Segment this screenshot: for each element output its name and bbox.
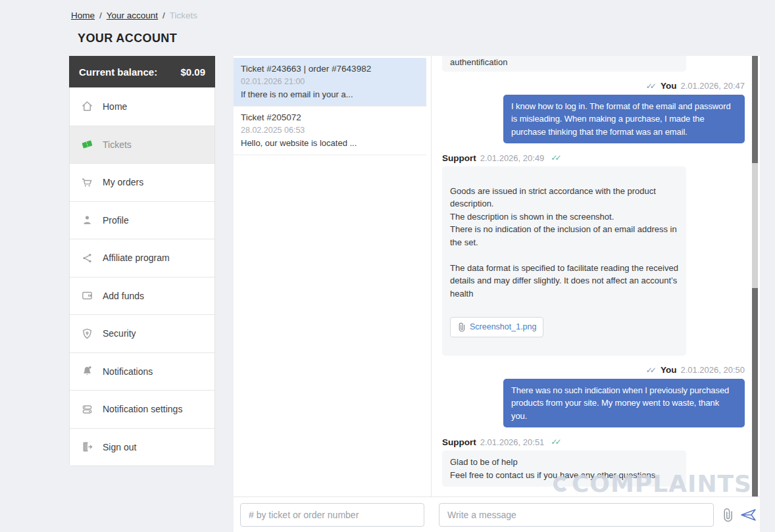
sidebar-item-label: Profile xyxy=(103,215,129,226)
read-receipt-icon: ✓✓ xyxy=(548,153,561,162)
attachment-filename: Screenshot_1.png xyxy=(470,321,536,334)
ticket-snippet: Hello, our website is located ... xyxy=(241,138,418,148)
chat-message-you: I know how to log in. The format of the … xyxy=(503,95,745,144)
share-icon xyxy=(81,252,93,264)
chat-message-support-partial: authentification xyxy=(442,56,686,72)
ticket-date: 02.01.2026 21:00 xyxy=(241,77,418,86)
ticket-search-input[interactable] xyxy=(240,503,424,527)
message-author: You xyxy=(661,365,677,375)
message-header-you: ✓✓ You 2.01.2026, 20:47 xyxy=(442,80,745,93)
chat-message-you: There was no such indication when I prev… xyxy=(503,379,745,428)
ticket-list-item[interactable]: Ticket #205072 28.02.2025 06:53 Hello, o… xyxy=(234,107,426,155)
breadcrumb-separator: / xyxy=(162,11,165,20)
sidebar-item-sign-out[interactable]: Sign out xyxy=(70,428,214,466)
ticket-icon xyxy=(81,138,93,151)
account-sidebar: Current balance: $0.09 Home Tickets My o… xyxy=(69,56,215,466)
user-icon xyxy=(81,214,93,226)
message-time: 2.01.2026, 20:51 xyxy=(480,437,545,447)
sign-out-icon xyxy=(81,441,93,453)
send-message-button[interactable] xyxy=(740,506,757,523)
ticket-list: Ticket #243663 | order #7643982 02.01.20… xyxy=(234,56,431,496)
sidebar-item-my-orders[interactable]: My orders xyxy=(70,163,214,201)
sidebar-item-label: Notifications xyxy=(103,366,153,377)
read-receipt-icon: ✓✓ xyxy=(646,82,657,91)
message-author: Support xyxy=(442,153,476,163)
sidebar-item-label: Tickets xyxy=(103,139,132,150)
page-title: YOUR ACCOUNT xyxy=(78,32,177,45)
sidebar-item-label: Security xyxy=(103,328,136,339)
sidebar-item-label: My orders xyxy=(103,177,143,187)
sidebar-item-security[interactable]: Security xyxy=(70,314,214,352)
sidebar-item-add-funds[interactable]: Add funds xyxy=(70,277,214,315)
read-receipt-icon: ✓✓ xyxy=(548,437,561,447)
sidebar-item-affiliate-program[interactable]: Affiliate program xyxy=(70,239,214,277)
message-input[interactable] xyxy=(439,503,714,527)
send-icon xyxy=(740,508,757,522)
breadcrumb-current: Tickets xyxy=(170,11,197,20)
breadcrumb-separator: / xyxy=(99,11,102,20)
message-text: Goods are issued in strict accordance wi… xyxy=(450,186,678,299)
ticket-title: Ticket #243663 | order #7643982 xyxy=(241,64,418,74)
ticket-date: 28.02.2025 06:53 xyxy=(241,126,418,135)
bell-icon xyxy=(81,365,93,377)
message-time: 2.01.2026, 20:47 xyxy=(680,81,745,91)
sidebar-item-label: Notification settings xyxy=(103,404,182,414)
sidebar-item-label: Affiliate program xyxy=(103,253,170,263)
message-author: Support xyxy=(442,437,476,447)
chat-scrollbar[interactable] xyxy=(752,56,758,496)
attachment-link[interactable]: Screenshot_1.png xyxy=(450,317,543,338)
chat-message-support: Glad to be of help Feel free to contact … xyxy=(442,450,686,487)
message-time: 2.01.2026, 20:49 xyxy=(480,153,545,163)
your-account-page: Home/Your account/Tickets YOUR ACCOUNT C… xyxy=(0,0,775,532)
sidebar-item-label: Home xyxy=(103,101,127,112)
chat-thread: authentification ✓✓ You 2.01.2026, 20:47… xyxy=(432,56,760,496)
sidebar-item-notification-settings[interactable]: Notification settings xyxy=(70,390,214,428)
bottom-bar xyxy=(234,496,760,532)
shield-icon xyxy=(81,327,93,340)
message-author: You xyxy=(661,81,677,91)
sidebar-item-label: Add funds xyxy=(103,291,144,301)
sidebar-menu: Home Tickets My orders Profile Affiliate… xyxy=(69,87,215,466)
ticket-title: Ticket #205072 xyxy=(241,112,418,122)
sidebar-item-notifications[interactable]: Notifications xyxy=(70,352,214,391)
balance-label: Current balance: xyxy=(79,66,157,78)
wallet-icon xyxy=(81,289,93,302)
sidebar-item-home[interactable]: Home xyxy=(70,87,214,126)
breadcrumb-your-account-link[interactable]: Your account xyxy=(107,11,158,20)
paperclip-icon xyxy=(721,508,734,522)
ticket-snippet: If there is no email in your a... xyxy=(241,89,418,99)
message-header-support: Support 2.01.2026, 20:49 ✓✓ xyxy=(442,151,745,164)
ticket-list-item[interactable]: Ticket #243663 | order #7643982 02.01.20… xyxy=(234,58,426,107)
breadcrumb-home-link[interactable]: Home xyxy=(71,11,95,20)
balance-value: $0.09 xyxy=(180,66,205,78)
message-header-you: ✓✓ You 2.01.2026, 20:50 xyxy=(442,364,745,377)
home-icon xyxy=(81,100,93,112)
message-header-support: Support 2.01.2026, 20:51 ✓✓ xyxy=(442,435,745,448)
cart-icon xyxy=(81,176,93,189)
sidebar-item-profile[interactable]: Profile xyxy=(70,201,214,239)
breadcrumb: Home/Your account/Tickets xyxy=(71,11,197,20)
message-time: 2.01.2026, 20:50 xyxy=(680,365,745,375)
chat-scrollbar-thumb[interactable] xyxy=(752,163,758,288)
attach-file-button[interactable] xyxy=(719,506,736,523)
sliders-icon xyxy=(81,403,93,416)
read-receipt-icon: ✓✓ xyxy=(646,366,657,375)
chat-message-support: Goods are issued in strict accordance wi… xyxy=(442,166,686,356)
sidebar-item-tickets[interactable]: Tickets xyxy=(70,126,214,164)
paperclip-icon xyxy=(457,322,466,332)
current-balance-header: Current balance: $0.09 xyxy=(69,56,215,87)
sidebar-item-label: Sign out xyxy=(103,442,136,452)
